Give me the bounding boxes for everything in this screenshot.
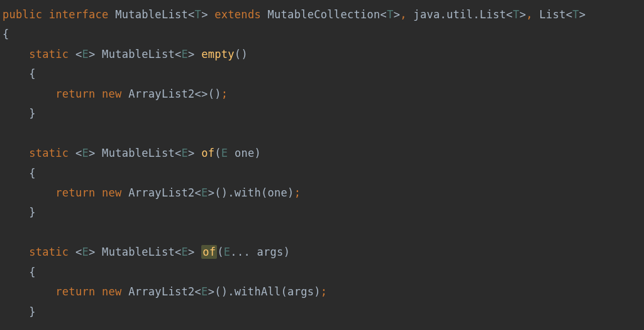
method-name-of-highlighted: of xyxy=(201,245,217,259)
open-brace: { xyxy=(3,28,9,40)
return-type: MutableList xyxy=(102,48,175,60)
code-line-return-empty: return new ArrayList2<>(); xyxy=(0,84,644,104)
method-name-of: of xyxy=(201,147,214,159)
keyword-static: static xyxy=(29,48,69,60)
keyword-public: public xyxy=(3,8,42,21)
code-line-return-of-one: return new ArrayList2<E>().with(one); xyxy=(0,183,644,203)
type-param-e: E xyxy=(82,48,89,60)
code-line-brace: { xyxy=(0,64,644,84)
keyword-new: new xyxy=(102,88,122,100)
code-line-declaration: public interface MutableList<T> extends … xyxy=(0,5,644,25)
supertype-1: MutableCollection xyxy=(268,8,380,21)
varargs-dots: ... xyxy=(230,246,250,258)
keyword-interface: interface xyxy=(49,8,109,21)
method-name-empty: empty xyxy=(201,48,235,60)
type-param-t: T xyxy=(195,8,202,21)
code-editor[interactable]: public interface MutableList<T> extends … xyxy=(0,5,644,322)
keyword-extends: extends xyxy=(214,8,261,21)
code-line-method-empty: static <E> MutableList<E> empty() xyxy=(0,45,644,64)
angle-close: > xyxy=(201,8,208,21)
code-line-blank xyxy=(0,124,644,144)
code-line-brace-close: } xyxy=(0,104,644,123)
method-withall: withAll xyxy=(235,285,281,298)
comma: , xyxy=(400,8,407,21)
code-line-method-of-varargs: static <E> MutableList<E> of(E... args) xyxy=(0,242,644,262)
code-line-return-of-varargs: return new ArrayList2<E>().withAll(args)… xyxy=(0,282,644,302)
code-line-method-of-one: static <E> MutableList<E> of(E one) xyxy=(0,144,644,163)
supertype-3: List xyxy=(540,8,566,21)
param-one: one xyxy=(235,147,255,159)
code-line-brace-open: { xyxy=(0,25,644,44)
param-args: args xyxy=(257,246,284,258)
angle-open: < xyxy=(188,8,195,21)
class-arraylist2: ArrayList2 xyxy=(128,88,194,100)
method-with: with xyxy=(235,186,261,199)
class-name: MutableList xyxy=(115,8,188,21)
supertype-2: java.util.List xyxy=(413,8,506,21)
keyword-return: return xyxy=(55,88,95,100)
